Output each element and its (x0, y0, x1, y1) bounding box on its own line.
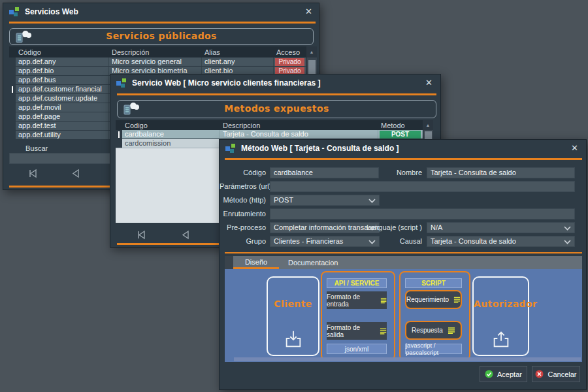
download-icon (268, 329, 318, 350)
col-descripcion[interactable]: Descripcion (220, 122, 378, 129)
enrutamiento-label: Enrutamiento (220, 210, 266, 218)
col-alias[interactable]: Alias (202, 48, 274, 56)
horizontal-scrollbar[interactable] (234, 357, 581, 361)
window-title: Servicios Web (25, 7, 78, 16)
parametros-label: Parámetros (url) (220, 182, 266, 190)
titlebar[interactable]: Método Web [ Tarjeta - Consulta de saldo… (220, 140, 586, 157)
window-metodo-web: Método Web [ Tarjeta - Consulta de saldo… (219, 139, 587, 390)
col-codigo[interactable]: Codigo (122, 122, 220, 129)
col-acceso[interactable]: Acceso (274, 48, 306, 56)
script-lang-footer: javascript / pascalscript (405, 344, 462, 354)
lenguaje-select[interactable]: N/A (427, 222, 575, 233)
table-header[interactable]: Codigo Descripcion Metodo ▲ (116, 120, 433, 130)
table-row[interactable]: app.def.any Micro servicio general clien… (9, 57, 317, 67)
app-logo-icon (116, 78, 127, 88)
parametros-field[interactable] (270, 181, 575, 192)
first-page-icon (27, 169, 39, 178)
accent-divider (225, 252, 582, 253)
script-group: SCRIPT Requerimiento Respuesta javascrip… (399, 271, 470, 361)
api-format-footer: json/xml (327, 344, 387, 354)
previous-page-icon (181, 230, 190, 240)
metodo-http-label: Método (http) (220, 196, 266, 204)
col-codigo[interactable]: Código (16, 48, 109, 56)
metodo-http-select[interactable]: POST (270, 195, 380, 206)
causal-label: Causal (350, 237, 422, 245)
close-icon[interactable]: ✕ (571, 144, 578, 152)
previous-page-icon (71, 169, 80, 178)
titlebar[interactable]: Servicio Web [ Micro servicio clientes f… (110, 74, 440, 91)
accept-button[interactable]: Aceptar (480, 366, 527, 382)
upload-icon (474, 329, 528, 350)
app-logo-icon (225, 144, 236, 154)
previous-page-button[interactable] (181, 230, 194, 240)
previous-page-button[interactable] (71, 169, 84, 179)
text-cursor (12, 86, 13, 93)
formato-salida-button[interactable]: Formato de salida (327, 322, 387, 340)
list-icon (380, 297, 387, 304)
chevron-down-icon (368, 199, 376, 203)
accept-icon (485, 370, 493, 378)
window-title: Método Web [ Tarjeta - Consulta de saldo… (241, 144, 399, 153)
published-services-banner: Servicios públicados (9, 28, 314, 45)
autorizador-label: Autorizador (474, 299, 528, 309)
autorizador-card[interactable]: Autorizador (472, 276, 529, 356)
tab-strip-corner (225, 256, 233, 269)
api-service-group: API / SERVICE Formato de entrada Formato… (321, 271, 395, 361)
first-page-button[interactable] (27, 169, 40, 179)
lenguaje-label: Lenguaje (script ) (350, 223, 422, 231)
first-page-icon (135, 230, 147, 240)
formato-entrada-button[interactable]: Formato de entrada (327, 291, 387, 309)
chevron-down-icon (564, 226, 571, 231)
codigo-label: Código (220, 169, 266, 176)
requerimiento-button[interactable]: Requerimiento (405, 290, 462, 309)
scrollbar-thumb[interactable] (308, 60, 316, 74)
list-icon (448, 327, 455, 334)
banner-title: Servicios públicados (10, 31, 313, 41)
text-cursor (118, 131, 120, 138)
app-logo-icon (9, 7, 20, 17)
list-icon (453, 297, 461, 303)
window-title: Servicio Web [ Micro servicio clientes f… (132, 78, 321, 88)
respuesta-button[interactable]: Respuesta (405, 321, 462, 340)
script-header: SCRIPT (405, 278, 462, 288)
metodo-badge: POST (380, 131, 421, 139)
col-metodo[interactable]: Metodo (378, 122, 423, 129)
titlebar[interactable]: Servicios Web (3, 3, 319, 20)
close-icon[interactable]: ✕ (305, 7, 312, 16)
design-panel: Cliente API / SERVICE Formato de entrada… (225, 269, 582, 362)
col-descripcion[interactable]: Descripción (109, 48, 202, 56)
accent-divider (9, 22, 316, 24)
enrutamiento-field[interactable] (270, 208, 575, 220)
api-service-header: API / SERVICE (327, 278, 387, 288)
accent-divider (117, 93, 436, 95)
cliente-label: Cliente (268, 299, 318, 309)
nombre-field[interactable]: Tarjeta - Consulta de saldo (427, 167, 575, 178)
buscar-label: Buscar (25, 144, 48, 152)
close-icon[interactable]: ✕ (425, 78, 433, 87)
accent-divider (225, 158, 582, 160)
scroll-up-icon[interactable]: ▲ (423, 120, 433, 130)
chevron-down-icon (564, 240, 571, 244)
grupo-label: Grupo (220, 237, 266, 245)
scroll-up-icon[interactable]: ▲ (306, 46, 317, 57)
nombre-label: Nombre (350, 169, 422, 176)
banner-title: Metodos expuestos (118, 103, 436, 114)
causal-select[interactable]: Tarjeta - Consulta de saldo (427, 236, 575, 247)
tab-documentacion[interactable]: Documentacion (279, 256, 357, 269)
cancel-icon (535, 370, 544, 378)
exposed-methods-banner: Metodos expuestos (117, 100, 436, 118)
first-page-button[interactable] (135, 230, 148, 240)
preproceso-label: Pre-proceso (220, 223, 266, 231)
acceso-badge: Privado (275, 58, 304, 66)
tab-diseno[interactable]: Diseño (233, 256, 279, 269)
tab-strip: Diseño Documentacion (225, 256, 582, 269)
table-header[interactable]: Código Descripción Alias Acceso ▲ (9, 46, 317, 57)
cancel-button[interactable]: Cancelar (532, 366, 580, 382)
table-row-selected[interactable]: cardbalance Tarjeta - Consulta de saldo … (116, 130, 433, 139)
cliente-card[interactable]: Cliente (267, 276, 319, 356)
list-icon (380, 328, 387, 335)
